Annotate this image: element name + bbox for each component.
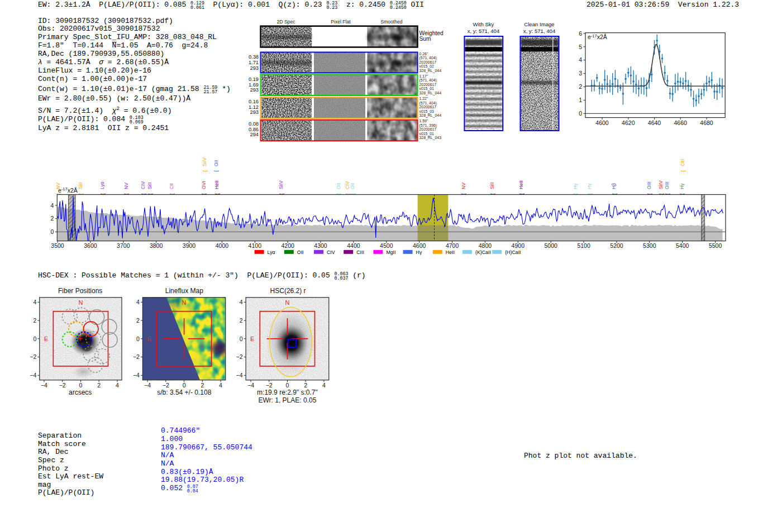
svg-text:5300: 5300 xyxy=(643,242,656,249)
svg-text:−4: −4 xyxy=(133,372,140,378)
svg-text:(K)CaII: (K)CaII xyxy=(475,250,491,255)
svg-text:2: 2 xyxy=(97,382,101,389)
svg-text:0: 0 xyxy=(240,336,243,342)
svg-text:−2: −2 xyxy=(30,353,36,360)
svg-text:N: N xyxy=(182,299,187,306)
svg-text:2: 2 xyxy=(240,317,243,324)
svg-text:OIII: OIII xyxy=(646,181,652,189)
svg-text:0: 0 xyxy=(183,382,186,389)
svg-text:0: 0 xyxy=(33,336,36,342)
svg-text:4900: 4900 xyxy=(512,242,525,249)
svg-text:N: N xyxy=(78,299,83,306)
svg-text:5500: 5500 xyxy=(709,242,722,249)
svg-text:−2: −2 xyxy=(236,353,243,360)
svg-text:2: 2 xyxy=(33,317,36,324)
svg-text:2: 2 xyxy=(304,382,307,389)
svg-text:OIII: OIII xyxy=(664,181,670,189)
svg-text:Hγ: Hγ xyxy=(679,183,685,189)
svg-text:N: N xyxy=(285,299,290,306)
svg-text:HeII: HeII xyxy=(518,180,524,189)
svg-text:4: 4 xyxy=(240,299,243,305)
svg-text:0: 0 xyxy=(79,382,82,389)
svg-text:Hγ: Hγ xyxy=(586,183,592,189)
svg-text:Fiber Positions: Fiber Positions xyxy=(58,287,102,295)
svg-text:Lineflux Map: Lineflux Map xyxy=(165,287,203,295)
svg-text:4: 4 xyxy=(116,382,119,389)
svg-text:HSC(26.2) r: HSC(26.2) r xyxy=(270,287,306,295)
svg-text:−4: −4 xyxy=(247,382,254,389)
svg-text:5200: 5200 xyxy=(610,242,623,249)
svg-text:s/b: 3.54 +/- 0.108: s/b: 3.54 +/- 0.108 xyxy=(157,389,211,396)
svg-text:E: E xyxy=(147,336,151,342)
svg-text:4: 4 xyxy=(219,382,222,389)
svg-text:0: 0 xyxy=(286,382,289,389)
svg-text:arcsecs: arcsecs xyxy=(69,389,92,396)
svg-text:SiIV: SiIV xyxy=(658,180,664,189)
svg-text:2: 2 xyxy=(201,382,204,389)
svg-text:2: 2 xyxy=(136,317,140,324)
svg-text:Hγ: Hγ xyxy=(416,250,422,255)
svg-text:4700: 4700 xyxy=(446,242,459,249)
svg-text:−4: −4 xyxy=(41,382,47,389)
svg-text:NV: NV xyxy=(461,183,466,189)
svg-text:E: E xyxy=(44,336,48,342)
svg-text:m:19.9 re:2.9" s:0.7": m:19.9 re:2.9" s:0.7" xyxy=(257,389,318,396)
svg-text:Hγ: Hγ xyxy=(573,183,578,189)
svg-text:Hβ: Hβ xyxy=(611,183,617,189)
svg-text:5000: 5000 xyxy=(545,242,558,249)
svg-text:EWr: 1, PLAE: 0.05: EWr: 1, PLAE: 0.05 xyxy=(258,396,316,404)
svg-text:0: 0 xyxy=(136,336,140,342)
svg-text:{: { xyxy=(680,170,686,172)
svg-text:5100: 5100 xyxy=(577,242,590,249)
svg-text:4800: 4800 xyxy=(479,242,492,249)
svg-text:E: E xyxy=(250,336,254,342)
svg-text:(H)CaII: (H)CaII xyxy=(505,250,521,255)
svg-text:5400: 5400 xyxy=(676,242,689,249)
svg-text:SiII: SiII xyxy=(489,183,495,189)
svg-text:−2: −2 xyxy=(59,382,66,389)
svg-text:4600: 4600 xyxy=(413,242,426,249)
svg-text:4: 4 xyxy=(33,299,36,305)
svg-text:−4: −4 xyxy=(236,372,243,378)
svg-text:−4: −4 xyxy=(144,382,151,389)
svg-text:−2: −2 xyxy=(163,382,169,389)
svg-text:CIII: CIII xyxy=(680,159,685,166)
svg-text:HeII: HeII xyxy=(446,250,455,255)
svg-text:−4: −4 xyxy=(30,372,36,378)
svg-text:−2: −2 xyxy=(133,353,140,360)
svg-text:−2: −2 xyxy=(266,382,273,389)
svg-text:4: 4 xyxy=(136,299,140,305)
svg-text:4: 4 xyxy=(322,382,326,389)
